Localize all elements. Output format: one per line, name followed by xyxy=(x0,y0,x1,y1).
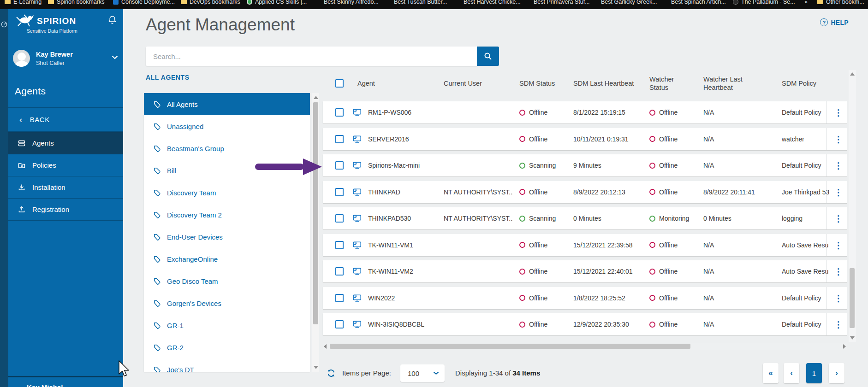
bookmark-item[interactable]: Best Tuscan Butter... xyxy=(386,0,447,5)
tag-filter-item[interactable]: GR-1 xyxy=(144,314,310,336)
tag-filter-item[interactable]: End-User Devices xyxy=(144,226,310,248)
row-checkbox[interactable] xyxy=(335,267,344,276)
table-row[interactable]: THINKPAD NT AUTHORITY\SYST... Offline 8/… xyxy=(323,181,847,203)
tag-filter-item[interactable]: All Agents xyxy=(144,93,310,115)
bookmark-item[interactable]: Best Harvest Chicke... xyxy=(455,0,521,5)
pagination-page-1-button[interactable]: 1 xyxy=(806,363,822,383)
scroll-up-arrow[interactable] xyxy=(850,72,855,76)
table-row[interactable]: RM1-P-WS006 Offline 8/1/2022 15:19:15 Of… xyxy=(323,101,847,123)
column-header-agent[interactable]: Agent xyxy=(357,69,375,98)
sdm-last-heartbeat: 10/11/2021 0:19:31 xyxy=(573,135,629,143)
table-row[interactable]: WIN2022 Offline 1/8/2022 18:25:52 Offlin… xyxy=(323,287,847,309)
table-row[interactable]: Spirions-Mac-mini Scanning 9 Minutes Off… xyxy=(323,154,847,176)
row-checkbox[interactable] xyxy=(335,161,344,170)
row-actions-menu[interactable]: ⋮ xyxy=(830,240,847,250)
search-input[interactable] xyxy=(146,47,477,66)
tag-list-scrollbar[interactable] xyxy=(312,93,319,372)
row-actions-menu[interactable]: ⋮ xyxy=(830,134,847,144)
tag-filter-item[interactable]: ExchangeOnline xyxy=(144,248,310,270)
bookmark-item[interactable]: Console Deployme... xyxy=(113,0,175,5)
row-checkbox[interactable] xyxy=(335,320,344,328)
column-header-sdm-last-heartbeat[interactable]: SDM Last Heartbeat xyxy=(573,69,634,98)
scrollbar-thumb[interactable] xyxy=(850,268,855,328)
bookmark-item[interactable]: Best Spinach Artich... xyxy=(663,0,726,5)
status-ring-icon xyxy=(519,163,525,169)
table-row[interactable]: TK-WIN11-VM1 Offline 15/12/2021 22:39:58… xyxy=(323,234,847,256)
row-checkbox[interactable] xyxy=(335,108,344,117)
pagination-first-button[interactable]: « xyxy=(763,363,779,383)
tag-filter-item[interactable]: Unassigned xyxy=(144,115,310,137)
nav-item-icon xyxy=(18,139,26,147)
watcher-last-heartbeat: N/A xyxy=(703,241,714,249)
column-header-watcher-status[interactable]: Watcher Status xyxy=(649,69,687,98)
tag-filter-item[interactable]: Joe's DT xyxy=(144,358,310,372)
row-checkbox[interactable] xyxy=(335,294,344,302)
column-header-sdm-status[interactable]: SDM Status xyxy=(519,69,555,98)
tag-filter-item[interactable]: GR-2 xyxy=(144,336,310,358)
row-actions-menu[interactable]: ⋮ xyxy=(830,293,847,303)
sidebar-nav-item[interactable]: Installation xyxy=(8,176,123,199)
notifications-bell-icon[interactable] xyxy=(108,15,117,25)
row-checkbox[interactable] xyxy=(335,188,344,196)
scroll-right-arrow[interactable] xyxy=(843,344,846,349)
row-checkbox[interactable] xyxy=(335,214,344,223)
scrollbar-thumb[interactable] xyxy=(313,102,318,324)
table-row[interactable]: TK-WIN11-VM2 Offline 15/12/2021 22:40:01… xyxy=(323,260,847,282)
column-header-sdm-policy[interactable]: SDM Policy xyxy=(782,69,816,98)
sdm-status-label: Offline xyxy=(529,268,547,275)
tag-filter-item[interactable]: Discovery Team xyxy=(144,182,310,204)
tag-icon xyxy=(153,277,161,285)
scroll-up-arrow[interactable] xyxy=(314,96,318,99)
gauge-icon[interactable] xyxy=(1,21,7,28)
bookmark-item[interactable]: Best Skinny Alfredo... xyxy=(315,0,379,5)
tag-filter-item[interactable]: Discovery Team 2 xyxy=(144,204,310,226)
help-link[interactable]: ? HELP xyxy=(820,18,849,26)
sidebar-nav-item[interactable]: Registration xyxy=(8,199,123,221)
column-header-current-user[interactable]: Current User xyxy=(444,69,482,98)
table-vertical-scrollbar[interactable] xyxy=(849,70,856,342)
row-actions-menu[interactable]: ⋮ xyxy=(830,213,847,224)
table-row[interactable]: WIN-3ISIQ8DBCBL Offline 12/9/2022 20:35:… xyxy=(323,313,847,335)
bookmark-item[interactable]: Other bookm... xyxy=(817,0,864,5)
pagination-next-button[interactable]: › xyxy=(829,363,844,383)
table-row[interactable]: SERVER2016 Offline 10/11/2021 0:19:31 Of… xyxy=(323,128,847,150)
tag-filter-item[interactable]: Geo Disco Team xyxy=(144,270,310,292)
bookmark-item[interactable]: The Palladium - Se... xyxy=(733,0,795,5)
row-actions-menu[interactable]: ⋮ xyxy=(830,107,847,118)
row-actions-menu[interactable]: ⋮ xyxy=(830,160,847,171)
row-actions-menu[interactable]: ⋮ xyxy=(830,266,847,277)
bookmark-item[interactable]: Applied CS Skills |... xyxy=(247,0,307,5)
bookmark-label: Best Harvest Chicke... xyxy=(464,0,521,5)
chevron-down-icon[interactable] xyxy=(112,55,118,59)
sidebar-back-button[interactable]: ‹ BACK xyxy=(8,107,123,132)
tag-filter-item[interactable]: Beastman's Group xyxy=(144,137,310,159)
row-actions-menu[interactable]: ⋮ xyxy=(830,187,847,197)
items-per-page-select[interactable]: 100 xyxy=(400,364,445,382)
bookmark-item[interactable]: Best Garlicky Greek... xyxy=(593,0,657,5)
search-button[interactable] xyxy=(477,47,499,66)
bookmark-item[interactable]: » xyxy=(804,0,808,5)
tag-filter-item[interactable]: Gorgen's Devices xyxy=(144,292,310,314)
bookmark-item[interactable]: E-Learning xyxy=(5,0,42,5)
row-checkbox[interactable] xyxy=(335,135,344,143)
bookmark-item[interactable]: DevOps bookmarks xyxy=(181,0,240,5)
sidebar-nav-item[interactable]: Policies xyxy=(8,154,123,176)
scroll-down-arrow[interactable] xyxy=(314,366,318,369)
select-all-checkbox[interactable] xyxy=(335,79,344,88)
table-horizontal-scrollbar[interactable] xyxy=(323,343,847,350)
watcher-last-heartbeat: N/A xyxy=(703,268,714,275)
table-row[interactable]: THINKPAD530 NT AUTHORITY\SYST... Scannin… xyxy=(323,207,847,229)
sidebar-nav-item[interactable]: Agents xyxy=(8,132,123,154)
scroll-down-arrow[interactable] xyxy=(850,336,855,340)
bookmark-item[interactable]: Best Primavera Stuf... xyxy=(525,0,590,5)
bookmark-item[interactable]: Spirion bookmarks xyxy=(48,0,105,5)
row-checkbox[interactable] xyxy=(335,241,344,249)
column-header-watcher-last-heartbeat[interactable]: Watcher Last Heartbeat xyxy=(703,69,756,98)
refresh-icon[interactable] xyxy=(327,369,336,378)
row-actions-menu[interactable]: ⋮ xyxy=(830,319,847,330)
avatar[interactable] xyxy=(13,50,30,67)
bookmark-label: Other bookm... xyxy=(826,0,864,5)
pagination-prev-button[interactable]: ‹ xyxy=(784,363,799,383)
scroll-left-arrow[interactable] xyxy=(324,344,327,349)
scrollbar-thumb[interactable] xyxy=(330,344,690,349)
